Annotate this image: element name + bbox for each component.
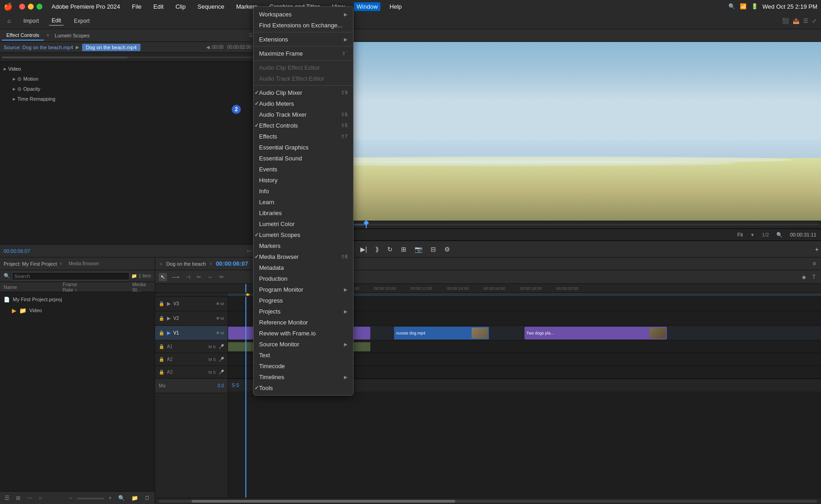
menu-item-info[interactable]: Info xyxy=(254,185,353,196)
window-dropdown-menu: Workspaces ▶ Find Extensions on Exchange… xyxy=(253,6,353,396)
menu-item-reference-monitor[interactable]: Reference Monitor xyxy=(254,317,353,328)
separator-3 xyxy=(254,60,353,61)
menu-item-workspaces[interactable]: Workspaces ▶ xyxy=(254,9,353,20)
menu-item-libraries[interactable]: Libraries xyxy=(254,207,353,218)
menu-item-effect-controls[interactable]: Effect Controls ⇧5 xyxy=(254,120,353,131)
menu-item-find-extensions[interactable]: Find Extensions on Exchange... xyxy=(254,20,353,31)
menu-item-source-monitor[interactable]: Source Monitor ▶ xyxy=(254,339,353,350)
menu-item-review-frameio[interactable]: Review with Frame.io xyxy=(254,328,353,339)
separator-2 xyxy=(254,46,353,46)
menu-item-lumetri-scopes[interactable]: Lumetri Scopes xyxy=(254,229,353,240)
menu-item-text[interactable]: Text xyxy=(254,350,353,360)
menu-item-history[interactable]: History xyxy=(254,175,353,185)
menu-item-program-monitor[interactable]: Program Monitor ▶ xyxy=(254,284,353,295)
menu-item-audio-meters[interactable]: Audio Meters xyxy=(254,98,353,109)
menu-item-audio-track-mixer[interactable]: Audio Track Mixer ⇧6 xyxy=(254,109,353,120)
menu-item-essential-graphics[interactable]: Essential Graphics xyxy=(254,142,353,153)
menu-item-metadata[interactable]: Metadata xyxy=(254,262,353,273)
menu-item-audio-track-effect: Audio Track Effect Editor xyxy=(254,73,353,84)
menu-item-audio-clip-mixer[interactable]: Audio Clip Mixer ⇧9 xyxy=(254,87,353,98)
menu-item-tools[interactable]: Tools xyxy=(254,382,353,393)
menu-item-events[interactable]: Events xyxy=(254,164,353,175)
menu-item-markers[interactable]: Markers xyxy=(254,240,353,251)
menu-item-audio-clip-effect: Audio Clip Effect Editor xyxy=(254,62,353,73)
menu-item-projects[interactable]: Projects ▶ xyxy=(254,306,353,317)
dropdown-overlay[interactable]: Workspaces ▶ Find Extensions on Exchange… xyxy=(0,0,821,504)
menu-item-timelines[interactable]: Timelines ▶ xyxy=(254,371,353,382)
menu-item-progress[interactable]: Progress xyxy=(254,295,353,306)
menu-item-learn[interactable]: Learn xyxy=(254,196,353,207)
menu-item-timecode[interactable]: Timecode xyxy=(254,360,353,371)
menu-item-production[interactable]: Production xyxy=(254,273,353,284)
menu-item-essential-sound[interactable]: Essential Sound xyxy=(254,153,353,164)
menu-item-extensions[interactable]: Extensions ▶ xyxy=(254,34,353,45)
separator-4 xyxy=(254,85,353,86)
menu-item-lumetri-color[interactable]: Lumetri Color xyxy=(254,218,353,229)
menu-item-media-browser[interactable]: Media Browser ⇧8 xyxy=(254,251,353,262)
menu-item-maximize-frame[interactable]: Maximize Frame ⇧` xyxy=(254,48,353,59)
menu-item-effects[interactable]: Effects ⇧7 xyxy=(254,131,353,142)
separator-1 xyxy=(254,32,353,32)
